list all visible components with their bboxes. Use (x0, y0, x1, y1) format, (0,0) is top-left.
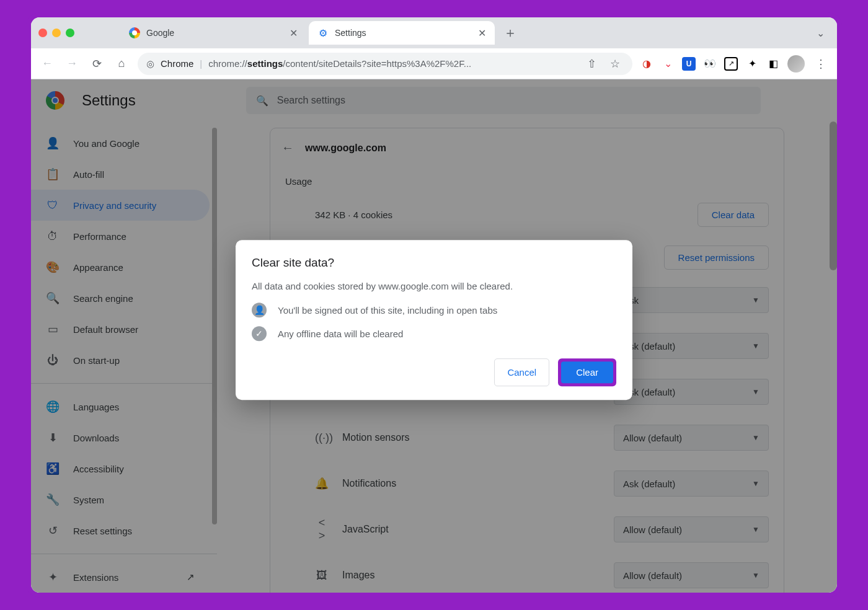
tab-settings[interactable]: ⚙ Settings ✕ (309, 21, 495, 45)
maximize-window-button[interactable] (66, 29, 74, 37)
browser-window: Google ✕ ⚙ Settings ✕ ＋ ⌄ ← → ⟳ ⌂ ◎ Chro… (31, 17, 837, 593)
dialog-body: All data and cookies stored by www.googl… (252, 281, 616, 291)
close-tab-icon[interactable]: ✕ (290, 27, 298, 39)
chrome-menu-button[interactable]: ⋮ (812, 55, 830, 73)
window-controls (38, 29, 74, 37)
ublock-icon[interactable]: ◑ (640, 57, 653, 71)
clear-site-data-dialog: Clear site data? All data and cookies st… (236, 240, 632, 400)
home-button[interactable]: ⌂ (113, 55, 130, 73)
cancel-button[interactable]: Cancel (494, 358, 549, 386)
extension-icon[interactable]: ↗ (724, 57, 738, 71)
dialog-bullet: ✓ Any offline data will be cleared (252, 326, 616, 341)
google-favicon-icon (129, 27, 140, 38)
site-info-icon[interactable]: ◎ (146, 58, 154, 69)
tab-strip: Google ✕ ⚙ Settings ✕ ＋ ⌄ (31, 17, 837, 48)
sidepanel-icon[interactable]: ◧ (766, 57, 780, 71)
content-area: Settings 🔍 Search settings 👤You and Goog… (31, 79, 837, 593)
new-tab-button[interactable]: ＋ (497, 24, 523, 42)
forward-button[interactable]: → (63, 55, 81, 73)
browser-toolbar: ← → ⟳ ⌂ ◎ Chrome | chrome://settings/con… (31, 48, 837, 79)
dialog-bullet: 👤 You'll be signed out of this site, inc… (252, 303, 616, 317)
dialog-actions: Cancel Clear (252, 358, 616, 386)
minimize-window-button[interactable] (52, 29, 61, 37)
share-icon[interactable]: ⇧ (583, 55, 600, 73)
tab-overflow-button[interactable]: ⌄ (812, 27, 830, 39)
url-scheme-label: Chrome (161, 58, 193, 69)
back-button[interactable]: ← (38, 55, 56, 73)
reload-button[interactable]: ⟳ (88, 55, 105, 73)
extension-icons: ◑ ⌄ U 👀 ↗ ✦ ◧ ⋮ (640, 55, 830, 73)
dialog-bullet-text: Any offline data will be cleared (278, 329, 403, 339)
dialog-bullet-text: You'll be signed out of this site, inclu… (278, 305, 497, 316)
close-tab-icon[interactable]: ✕ (478, 27, 486, 39)
tab-label: Google (146, 28, 174, 38)
tab-label: Settings (335, 28, 366, 38)
url-text: chrome://settings/content/siteDetails?si… (208, 58, 471, 69)
address-bar[interactable]: ◎ Chrome | chrome://settings/content/sit… (138, 53, 632, 75)
extension-icon[interactable]: 👀 (703, 57, 717, 71)
person-icon: 👤 (252, 303, 267, 317)
bitwarden-icon[interactable]: U (682, 57, 696, 71)
check-icon: ✓ (252, 326, 267, 341)
settings-favicon-icon: ⚙ (317, 27, 329, 38)
highlight-annotation: Clear (558, 358, 616, 386)
close-window-button[interactable] (38, 29, 47, 37)
clear-button[interactable]: Clear (561, 361, 613, 383)
extensions-menu-icon[interactable]: ✦ (745, 57, 759, 71)
tab-google[interactable]: Google ✕ (120, 21, 306, 45)
dialog-title: Clear site data? (252, 256, 616, 270)
bookmark-icon[interactable]: ☆ (606, 55, 624, 73)
pocket-icon[interactable]: ⌄ (661, 57, 675, 71)
profile-avatar[interactable] (787, 55, 805, 73)
